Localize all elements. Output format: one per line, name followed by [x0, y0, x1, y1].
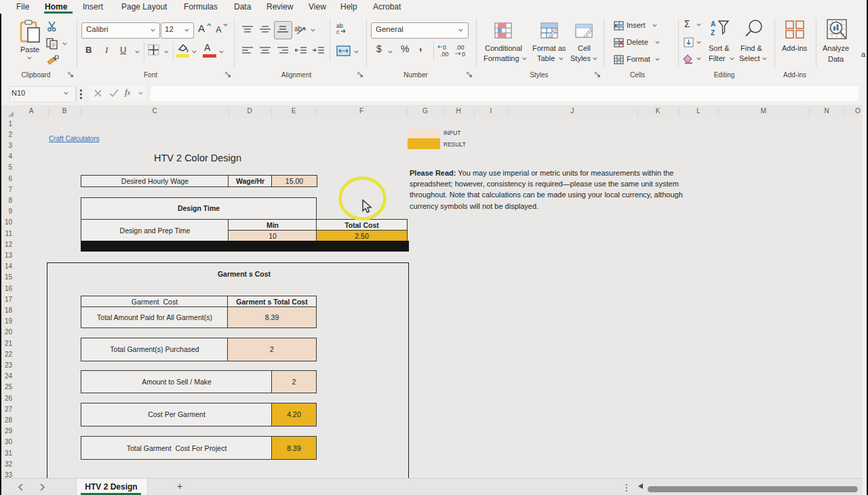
svg-text:A: A: [711, 20, 715, 28]
svg-text:.00: .00: [440, 51, 449, 57]
svg-text:Z: Z: [711, 29, 715, 37]
svg-text:0: 0: [462, 51, 465, 57]
svg-text:0: 0: [443, 44, 446, 51]
svg-text:.00: .00: [456, 44, 465, 51]
svg-text:c: c: [336, 28, 340, 35]
